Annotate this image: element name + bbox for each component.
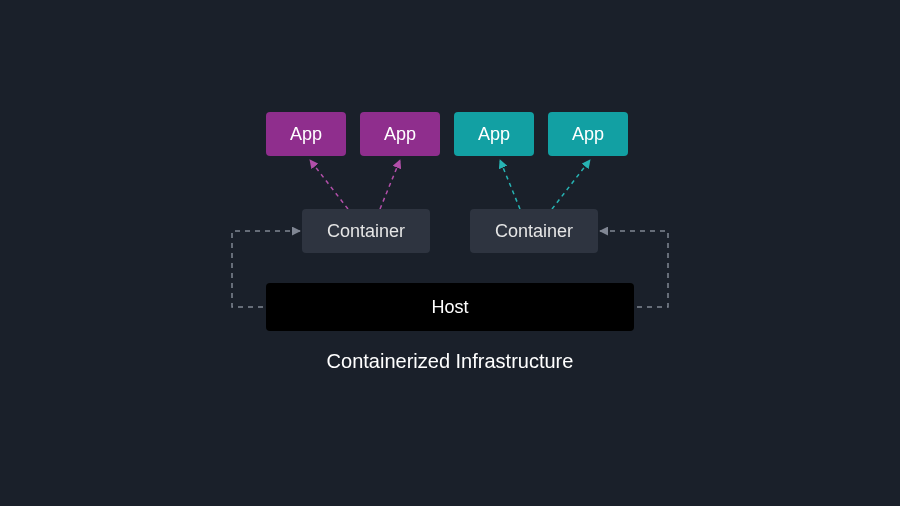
host-label: Host — [431, 297, 468, 318]
app-label: App — [478, 124, 510, 145]
svg-line-3 — [552, 160, 590, 209]
app-label: App — [384, 124, 416, 145]
app-label: App — [290, 124, 322, 145]
container-label: Container — [495, 221, 573, 242]
container-box-left: Container — [302, 209, 430, 253]
svg-line-2 — [500, 160, 520, 209]
connector-layer — [0, 0, 900, 506]
container-label: Container — [327, 221, 405, 242]
app-box-1: App — [266, 112, 346, 156]
host-box: Host — [266, 283, 634, 331]
diagram-caption: Containerized Infrastructure — [266, 350, 634, 373]
container-box-right: Container — [470, 209, 598, 253]
app-box-3: App — [454, 112, 534, 156]
app-label: App — [572, 124, 604, 145]
svg-line-1 — [380, 160, 400, 209]
diagram-stage: App App App App Container Container Host… — [0, 0, 900, 506]
app-box-2: App — [360, 112, 440, 156]
app-box-4: App — [548, 112, 628, 156]
svg-line-0 — [310, 160, 348, 209]
